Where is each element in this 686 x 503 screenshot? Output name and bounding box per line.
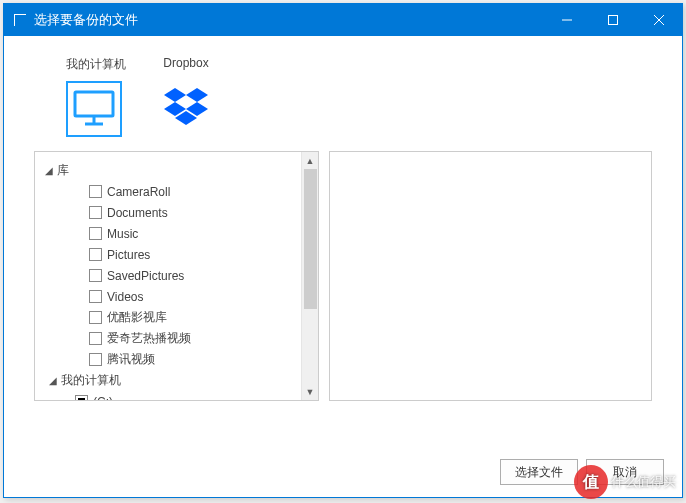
tree-item-label: SavedPictures	[107, 269, 184, 283]
svg-rect-4	[75, 92, 113, 116]
checkbox[interactable]	[89, 353, 102, 366]
checkbox[interactable]	[75, 395, 88, 400]
expander-icon: ◢	[47, 375, 59, 386]
tree-node-library[interactable]: ◢库	[39, 160, 297, 181]
window-title: 选择要备份的文件	[34, 11, 544, 29]
tree-view[interactable]: ◢库CameraRollDocumentsMusicPicturesSavedP…	[35, 152, 301, 400]
scroll-down-button[interactable]: ▼	[302, 383, 319, 400]
tree-item-label: 我的计算机	[61, 372, 121, 389]
vertical-scrollbar[interactable]: ▲ ▼	[301, 152, 318, 400]
tree-item-label: (C:)	[93, 395, 113, 401]
tree-item-label: 库	[57, 162, 69, 179]
checkbox[interactable]	[89, 185, 102, 198]
window-controls	[544, 4, 682, 36]
checkbox[interactable]	[89, 311, 102, 324]
tree-item-优酷影视库[interactable]: 优酷影视库	[39, 307, 297, 328]
select-file-button[interactable]: 选择文件	[500, 459, 578, 485]
maximize-icon	[608, 15, 618, 25]
checkbox[interactable]	[89, 206, 102, 219]
dialog-footer: 选择文件 取消	[500, 459, 664, 485]
tree-item-爱奇艺热播视频[interactable]: 爱奇艺热播视频	[39, 328, 297, 349]
dialog-window: 选择要备份的文件 我的计算机	[3, 3, 683, 498]
svg-marker-8	[186, 88, 208, 102]
checkbox[interactable]	[89, 269, 102, 282]
expander-icon: ◢	[43, 165, 55, 176]
minimize-icon	[562, 15, 572, 25]
svg-marker-7	[164, 88, 186, 102]
minimize-button[interactable]	[544, 4, 590, 36]
dialog-body: 我的计算机 Dropbox	[4, 36, 682, 413]
scrollbar-thumb[interactable]	[304, 169, 317, 309]
tree-item-SavedPictures[interactable]: SavedPictures	[39, 265, 297, 286]
source-row: 我的计算机 Dropbox	[66, 56, 652, 137]
close-icon	[654, 15, 664, 25]
source-dropbox[interactable]: Dropbox	[158, 56, 214, 137]
checkbox[interactable]	[89, 332, 102, 345]
tree-node-computer[interactable]: ◢我的计算机	[39, 370, 297, 391]
checkbox[interactable]	[89, 248, 102, 261]
tree-item-label: CameraRoll	[107, 185, 170, 199]
expander-icon: ▹	[61, 396, 73, 400]
tree-item-drive[interactable]: ▹(C:)	[39, 391, 297, 400]
panels: ◢库CameraRollDocumentsMusicPicturesSavedP…	[34, 151, 652, 401]
svg-rect-1	[609, 16, 618, 25]
scroll-up-button[interactable]: ▲	[302, 152, 319, 169]
tree-panel: ◢库CameraRollDocumentsMusicPicturesSavedP…	[34, 151, 319, 401]
maximize-button[interactable]	[590, 4, 636, 36]
tree-item-label: 爱奇艺热播视频	[107, 330, 191, 347]
checkbox[interactable]	[89, 290, 102, 303]
preview-panel	[329, 151, 652, 401]
tree-item-label: 优酷影视库	[107, 309, 167, 326]
close-button[interactable]	[636, 4, 682, 36]
titlebar: 选择要备份的文件	[4, 4, 682, 36]
tree-item-label: Music	[107, 227, 138, 241]
tree-item-label: 腾讯视频	[107, 351, 155, 368]
tree-item-label: Pictures	[107, 248, 150, 262]
app-icon	[14, 14, 26, 26]
scrollbar-track[interactable]	[302, 169, 319, 383]
tree-item-Videos[interactable]: Videos	[39, 286, 297, 307]
dropbox-icon	[158, 78, 214, 134]
tree-item-CameraRoll[interactable]: CameraRoll	[39, 181, 297, 202]
source-label: Dropbox	[158, 56, 214, 70]
source-label: 我的计算机	[66, 56, 126, 73]
tree-item-label: Documents	[107, 206, 168, 220]
tree-item-Documents[interactable]: Documents	[39, 202, 297, 223]
tree-item-腾讯视频[interactable]: 腾讯视频	[39, 349, 297, 370]
checkbox[interactable]	[89, 227, 102, 240]
tree-item-Pictures[interactable]: Pictures	[39, 244, 297, 265]
tree-item-label: Videos	[107, 290, 143, 304]
tree-item-Music[interactable]: Music	[39, 223, 297, 244]
source-my-computer[interactable]: 我的计算机	[66, 56, 126, 137]
monitor-icon	[66, 81, 122, 137]
cancel-button[interactable]: 取消	[586, 459, 664, 485]
